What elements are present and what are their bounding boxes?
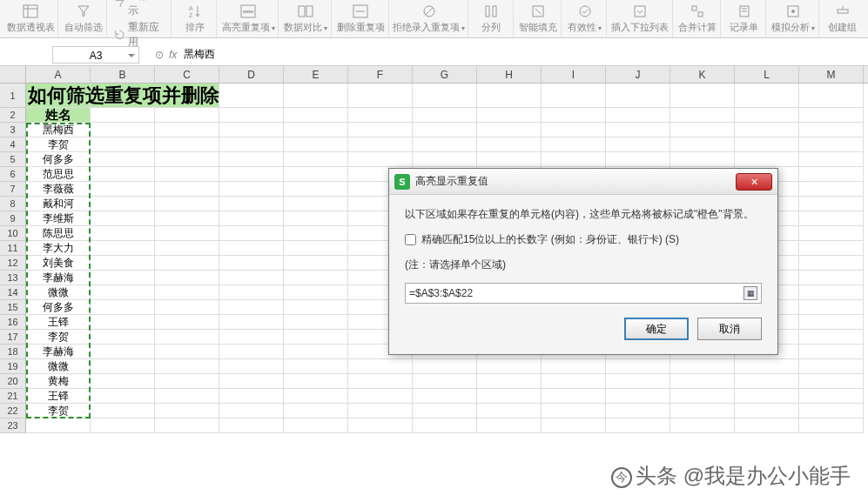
- cell[interactable]: 微微: [26, 359, 91, 374]
- cell[interactable]: [670, 152, 735, 167]
- cell[interactable]: [284, 226, 348, 241]
- cell[interactable]: [477, 404, 542, 418]
- cell[interactable]: 何多多: [26, 152, 91, 167]
- row-header[interactable]: 2: [0, 108, 26, 123]
- cell[interactable]: [799, 359, 864, 374]
- cell[interactable]: [542, 84, 606, 108]
- column-header[interactable]: A: [26, 66, 91, 83]
- cell[interactable]: [91, 271, 155, 285]
- cell[interactable]: 刘美食: [26, 256, 91, 271]
- cell[interactable]: [91, 137, 155, 152]
- column-header[interactable]: L: [735, 66, 799, 83]
- cell[interactable]: [219, 226, 284, 241]
- cell[interactable]: [219, 418, 284, 433]
- range-picker-icon[interactable]: ▦: [744, 286, 757, 300]
- cell[interactable]: [542, 123, 606, 137]
- cell[interactable]: [413, 84, 477, 108]
- cell[interactable]: [799, 211, 864, 226]
- cell[interactable]: [284, 418, 348, 433]
- cell[interactable]: [413, 404, 477, 418]
- cell[interactable]: [91, 404, 155, 418]
- ribbon-record-button[interactable]: 记录单: [723, 0, 766, 37]
- cell[interactable]: [799, 300, 864, 315]
- cell[interactable]: [155, 137, 219, 152]
- cell[interactable]: [91, 226, 155, 241]
- cell[interactable]: [413, 137, 477, 152]
- cell[interactable]: [670, 84, 735, 108]
- cell[interactable]: 李维斯: [26, 211, 91, 226]
- cell[interactable]: [155, 211, 219, 226]
- cell[interactable]: [477, 418, 542, 433]
- cell[interactable]: [219, 285, 284, 300]
- cell[interactable]: [670, 123, 735, 137]
- cell[interactable]: [606, 374, 670, 389]
- ok-button[interactable]: 确定: [624, 318, 689, 340]
- column-header[interactable]: G: [413, 66, 477, 83]
- cell[interactable]: 姓名: [26, 108, 91, 123]
- cell[interactable]: [284, 152, 348, 167]
- goto-icon[interactable]: ⊙: [155, 49, 164, 61]
- cell[interactable]: [670, 418, 735, 433]
- cell[interactable]: [155, 226, 219, 241]
- cell[interactable]: [219, 84, 284, 108]
- cell[interactable]: [477, 108, 542, 123]
- ribbon-group-button[interactable]: 创建组: [821, 0, 865, 37]
- cell[interactable]: [413, 123, 477, 137]
- cell[interactable]: [799, 137, 864, 152]
- cell[interactable]: [542, 418, 606, 433]
- cell[interactable]: [348, 137, 413, 152]
- cell[interactable]: [799, 182, 864, 197]
- cell[interactable]: 戴和河: [26, 197, 91, 211]
- row-header[interactable]: 11: [0, 241, 26, 256]
- cell[interactable]: 李大力: [26, 241, 91, 256]
- cell[interactable]: [735, 123, 799, 137]
- cell[interactable]: [91, 315, 155, 330]
- cell[interactable]: [735, 389, 799, 404]
- cell[interactable]: 何多多: [26, 300, 91, 315]
- cell[interactable]: 陈思思: [26, 226, 91, 241]
- cell[interactable]: 李贺: [26, 137, 91, 152]
- cell[interactable]: [219, 271, 284, 285]
- cell[interactable]: [219, 315, 284, 330]
- cell[interactable]: [799, 241, 864, 256]
- formula-input[interactable]: 黑梅西: [184, 47, 215, 62]
- cell[interactable]: [606, 389, 670, 404]
- cell[interactable]: [799, 108, 864, 123]
- cell[interactable]: [606, 108, 670, 123]
- ribbon-remove-dup-button[interactable]: 删除重复项: [333, 0, 388, 37]
- column-header[interactable]: C: [155, 66, 219, 83]
- cell[interactable]: [155, 330, 219, 345]
- cell[interactable]: [219, 167, 284, 182]
- cell[interactable]: [219, 197, 284, 211]
- cell[interactable]: [542, 404, 606, 418]
- cell[interactable]: 李赫海: [26, 271, 91, 285]
- cell[interactable]: [91, 241, 155, 256]
- cell[interactable]: [91, 167, 155, 182]
- ribbon-simulate-button[interactable]: 模拟分析▾: [768, 0, 819, 37]
- cell[interactable]: [284, 315, 348, 330]
- cell[interactable]: [284, 374, 348, 389]
- cell[interactable]: [284, 285, 348, 300]
- column-header[interactable]: K: [670, 66, 735, 83]
- cell[interactable]: [219, 108, 284, 123]
- cell[interactable]: [155, 152, 219, 167]
- cell[interactable]: 王铎: [26, 389, 91, 404]
- name-box[interactable]: A3: [52, 46, 139, 64]
- cell[interactable]: [413, 389, 477, 404]
- cell[interactable]: [606, 84, 670, 108]
- cell[interactable]: [735, 108, 799, 123]
- cell[interactable]: [799, 226, 864, 241]
- row-header[interactable]: 8: [0, 197, 26, 211]
- cell[interactable]: [670, 389, 735, 404]
- ribbon-filter-button[interactable]: 自动筛选: [60, 0, 106, 37]
- cell[interactable]: [91, 256, 155, 271]
- row-header[interactable]: 15: [0, 300, 26, 315]
- cell[interactable]: [477, 84, 542, 108]
- cell[interactable]: 王铎: [26, 315, 91, 330]
- cell[interactable]: [284, 123, 348, 137]
- cell[interactable]: [284, 241, 348, 256]
- cell[interactable]: [284, 182, 348, 197]
- cell[interactable]: [284, 167, 348, 182]
- row-header[interactable]: 18: [0, 345, 26, 359]
- cell[interactable]: [91, 345, 155, 359]
